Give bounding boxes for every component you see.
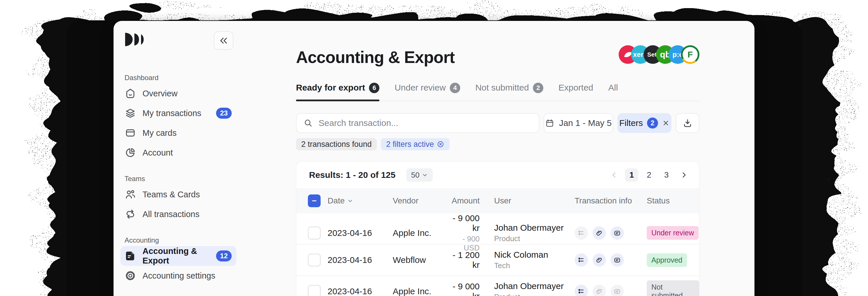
close-icon[interactable] <box>662 119 670 127</box>
chevron-down-icon <box>422 172 428 178</box>
collapse-sidebar-button[interactable] <box>214 31 234 50</box>
results-count-chip: 2 transactions found <box>296 138 377 150</box>
page-title: Accounting & Export <box>296 48 455 67</box>
sort-chevron-icon <box>347 198 353 204</box>
row-amount: - 9 000 kr <box>448 213 479 233</box>
column-header-user[interactable]: User <box>479 196 575 206</box>
column-header-vendor[interactable]: Vendor <box>393 196 448 206</box>
sidebar-item-my-cards[interactable]: My cards <box>121 123 236 143</box>
nav-section-teams: Teams <box>121 173 236 185</box>
row-date: 2023-04-16 <box>328 255 393 265</box>
status-badge: Not submitted <box>647 280 699 296</box>
tab-exported[interactable]: Exported <box>558 80 593 101</box>
row-user-name: Nick Coloman <box>494 250 575 260</box>
row-user-team: Product <box>494 293 575 296</box>
chevrons-left-icon <box>219 36 228 46</box>
table-row[interactable]: 2023-04-16 Webflow - 1 200 kr Nick Colom… <box>296 245 699 276</box>
download-icon <box>683 118 692 128</box>
row-amount: - 1 200 kr <box>448 250 479 270</box>
page-button-2[interactable]: 2 <box>642 168 656 182</box>
sidebar-item-my-transactions[interactable]: My transactions 23 <box>121 103 236 123</box>
tab-count-badge: 6 <box>369 83 379 93</box>
chevron-left-icon <box>611 171 618 179</box>
swap-icon <box>125 208 136 220</box>
status-badge: Approved <box>647 253 687 267</box>
row-vendor: Apple Inc. <box>393 228 448 238</box>
next-page-button[interactable] <box>677 168 690 182</box>
gear-icon <box>125 270 136 281</box>
row-checkbox[interactable] <box>308 285 320 296</box>
select-all-checkbox[interactable] <box>308 194 320 207</box>
sidebar-item-label: My transactions <box>143 109 201 118</box>
pagination: 1 2 3 <box>608 168 690 182</box>
sidebar-item-label: Accounting settings <box>143 271 215 280</box>
prev-page-button[interactable] <box>608 168 621 182</box>
nav-section-accounting: Accounting <box>121 235 236 246</box>
app-window: Dashboard Overview My transactions <box>114 21 754 296</box>
nav-section-dashboard: Dashboard <box>121 72 236 84</box>
row-amount-secondary: - 900 USD <box>448 235 479 252</box>
tab-count-badge: 4 <box>450 83 460 93</box>
pie-chart-icon <box>125 147 136 158</box>
attachment-icon[interactable] <box>593 226 606 240</box>
details-list-icon[interactable] <box>575 226 588 240</box>
note-icon[interactable] <box>611 285 624 296</box>
tab-all[interactable]: All <box>608 80 618 101</box>
active-filters-chip[interactable]: 2 filters active <box>381 138 450 150</box>
sidebar-item-label: Account <box>143 148 173 158</box>
sidebar-nav: Dashboard Overview My transactions <box>121 72 236 286</box>
row-checkbox[interactable] <box>308 227 320 239</box>
note-icon[interactable] <box>611 253 624 267</box>
search-input[interactable] <box>318 118 532 128</box>
clear-filters-icon[interactable] <box>437 140 444 148</box>
date-range-label: Jan 1 - May 5 <box>559 118 612 128</box>
status-badge: Under review <box>647 226 699 240</box>
sidebar-item-label: All transactions <box>143 210 199 219</box>
row-checkbox[interactable] <box>308 253 320 266</box>
column-header-amount[interactable]: Amount <box>448 196 479 206</box>
note-icon[interactable] <box>611 226 624 240</box>
main-content: Accounting & Export xero Setl qb p:e F <box>296 21 700 296</box>
filters-count-badge: 2 <box>647 117 658 129</box>
sidebar-item-teams-cards[interactable]: Teams & Cards <box>121 185 236 204</box>
download-button[interactable] <box>676 113 700 133</box>
card-icon <box>125 127 136 139</box>
transaction-info-icons <box>575 253 647 267</box>
attachment-icon[interactable] <box>593 285 606 296</box>
results-table-card: Results: 1 - 20 of 125 50 1 2 3 <box>296 161 700 296</box>
tab-count-badge: 2 <box>533 83 543 93</box>
sidebar-item-overview[interactable]: Overview <box>121 84 236 103</box>
transactions-count-badge: 23 <box>216 108 232 119</box>
column-header-date[interactable]: Date <box>328 196 393 206</box>
tab-under-review[interactable]: Under review 4 <box>395 80 460 101</box>
people-icon <box>125 189 136 200</box>
page-button-1[interactable]: 1 <box>625 168 638 182</box>
details-list-icon[interactable] <box>575 285 588 296</box>
table-row[interactable]: 2023-04-16 Apple Inc. - 9 000 kr - 900 U… <box>296 213 699 245</box>
sidebar-item-label: Teams & Cards <box>143 190 200 199</box>
row-user-name: Johan Obermayer <box>494 223 575 233</box>
search-box[interactable] <box>296 113 539 133</box>
tab-ready-for-export[interactable]: Ready for export 6 <box>296 80 379 101</box>
sidebar-item-accounting-settings[interactable]: Accounting settings <box>121 266 236 286</box>
filters-button[interactable]: Filters 2 <box>618 113 671 133</box>
row-vendor: Apple Inc. <box>393 287 448 296</box>
sidebar-item-all-transactions[interactable]: All transactions <box>121 204 236 224</box>
details-list-icon[interactable] <box>575 253 588 267</box>
column-header-status[interactable]: Status <box>647 196 699 206</box>
sidebar-item-label: Accounting & Export <box>143 246 210 266</box>
table-header-row: Date Vendor Amount User Transaction info… <box>296 188 699 213</box>
sidebar-item-account[interactable]: Account <box>121 143 236 162</box>
tab-not-submitted[interactable]: Not submitted 2 <box>475 80 543 101</box>
date-range-button[interactable]: Jan 1 - May 5 <box>544 113 613 133</box>
calendar-icon <box>545 118 554 128</box>
page-button-3[interactable]: 3 <box>660 168 673 182</box>
sidebar-item-accounting-export[interactable]: Accounting & Export 12 <box>121 246 236 266</box>
document-icon <box>125 250 136 262</box>
table-row[interactable]: 2023-04-16 Apple Inc. - 9 000 kr Johan O… <box>296 276 699 296</box>
sidebar: Dashboard Overview My transactions <box>114 21 287 296</box>
attachment-icon[interactable] <box>593 253 606 267</box>
transaction-info-icons <box>575 285 647 296</box>
column-header-transaction-info[interactable]: Transaction info <box>575 196 647 206</box>
page-size-select[interactable]: 50 <box>406 168 433 182</box>
